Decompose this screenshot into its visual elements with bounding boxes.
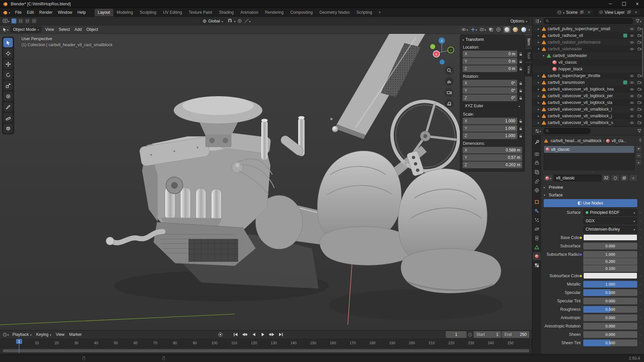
property-slider[interactable]: 0.500: [583, 306, 637, 313]
tool-move[interactable]: [3, 59, 13, 69]
material-name-field[interactable]: v8_classic: [554, 175, 601, 181]
disable-in-render-icon[interactable]: [636, 114, 643, 118]
hide-in-viewport-icon[interactable]: [629, 95, 635, 98]
minimize-button[interactable]: [604, 0, 617, 8]
lock-icon[interactable]: [517, 52, 522, 56]
transform-value-field[interactable]: X 0°: [463, 80, 517, 86]
snap-toggle[interactable]: [227, 18, 233, 24]
breadcrumb-material[interactable]: v8_cla...: [611, 138, 627, 143]
workspace-tab[interactable]: Layout: [95, 9, 113, 16]
properties-search[interactable]: [543, 128, 591, 134]
tool-add-cube[interactable]: [3, 124, 13, 133]
new-material-copy-icon[interactable]: [620, 175, 628, 181]
pin-icon[interactable]: [639, 138, 642, 143]
proportional-falloff-dropdown[interactable]: [244, 18, 251, 24]
animate-decorator[interactable]: [637, 226, 642, 231]
sidebar-tab[interactable]: View: [525, 63, 532, 77]
frame-start-field[interactable]: Start 1: [474, 331, 501, 338]
disable-in-render-icon[interactable]: [636, 27, 643, 31]
tool-transform[interactable]: [3, 92, 13, 101]
snap-options-dropdown[interactable]: [234, 19, 235, 23]
filter-icon[interactable]: [637, 128, 642, 134]
disable-in-render-icon[interactable]: [636, 81, 643, 84]
breadcrumb-object[interactable]: carbv8_head...st_smallblock: [551, 138, 601, 143]
transform-value-field[interactable]: Y 0.57 m: [463, 154, 522, 161]
workspace-tab[interactable]: Sculpting: [137, 9, 160, 16]
hide-in-viewport-icon[interactable]: [629, 121, 635, 124]
animate-decorator[interactable]: [637, 340, 642, 345]
disclosure-arrow-icon[interactable]: [536, 27, 541, 31]
options-dropdown[interactable]: Options: [508, 18, 530, 24]
auto-keying-toggle[interactable]: [216, 331, 224, 338]
workspace-tab[interactable]: Compositing: [287, 9, 316, 16]
browse-material-button[interactable]: [544, 175, 553, 181]
hide-in-viewport-icon[interactable]: [629, 27, 635, 31]
property-dropdown[interactable]: Christensen-Burley: [583, 226, 637, 233]
perspective-toggle-icon[interactable]: [445, 99, 453, 108]
active-tool-icon[interactable]: [2, 26, 9, 33]
disclosure-arrow-icon[interactable]: [536, 87, 541, 91]
object-visibility-dropdown[interactable]: [461, 26, 469, 33]
transform-value-field[interactable]: X 0 m: [463, 51, 517, 57]
disclosure-arrow-icon[interactable]: [536, 101, 541, 104]
disable-in-render-icon[interactable]: [636, 121, 643, 124]
outliner-display-mode-dropdown[interactable]: [534, 18, 542, 24]
properties-tab-particles[interactable]: [533, 216, 541, 224]
workspace-tab[interactable]: Texture Paint: [185, 9, 216, 16]
tool-select-box[interactable]: [3, 38, 13, 47]
shading-rendered-button[interactable]: [520, 26, 527, 33]
add-workspace-button[interactable]: +: [376, 9, 384, 16]
property-slider[interactable]: 0.000: [583, 243, 637, 249]
unlink-scene-icon[interactable]: [586, 10, 592, 15]
lock-icon[interactable]: [517, 119, 522, 123]
animate-decorator[interactable]: [637, 243, 642, 248]
workspace-tab[interactable]: Modeling: [113, 9, 137, 16]
select-mode-set[interactable]: [11, 18, 16, 23]
transform-orientation-dropdown[interactable]: Global: [200, 18, 226, 24]
properties-tab-physics[interactable]: [533, 225, 541, 233]
remove-view-layer-icon[interactable]: [633, 10, 639, 15]
sidebar-tab[interactable]: Tool: [525, 49, 532, 62]
property-slider[interactable]: 0.000: [583, 298, 637, 304]
outliner-row[interactable]: carbv8_valvecover_v8_bigblock_hea: [532, 86, 644, 93]
outliner-row[interactable]: v8_classic: [532, 59, 644, 66]
transform-panel-header[interactable]: Transform: [463, 37, 522, 43]
workspace-tab[interactable]: Shading: [216, 9, 237, 16]
transform-value-field[interactable]: X 0.588 m: [463, 147, 522, 154]
outliner-row[interactable]: carbv8_sideheader: [532, 46, 644, 52]
timeline-menu-item[interactable]: Keying: [34, 332, 54, 337]
property-slider[interactable]: 0.000: [583, 314, 637, 321]
view-layer-selector[interactable]: View Layer: [597, 9, 641, 16]
shading-options-dropdown[interactable]: [529, 27, 530, 32]
hide-in-viewport-icon[interactable]: [629, 101, 635, 104]
new-scene-icon[interactable]: [579, 10, 585, 15]
fake-user-shield-icon[interactable]: [611, 175, 619, 181]
menu-item[interactable]: Help: [75, 8, 89, 17]
proportional-edit-toggle[interactable]: [237, 18, 243, 24]
outliner-row[interactable]: carbv8_valvecover_v8_bigblock_sta: [532, 99, 644, 106]
properties-search-input[interactable]: [550, 129, 588, 133]
select-mode-subtract[interactable]: [25, 18, 30, 23]
disclosure-arrow-icon[interactable]: [536, 34, 541, 37]
slot-specials-button[interactable]: [636, 159, 642, 165]
mode-dropdown[interactable]: Object Mode: [10, 26, 42, 33]
tool-cursor[interactable]: [3, 49, 13, 58]
disable-in-render-icon[interactable]: [636, 41, 643, 44]
shading-wireframe-button[interactable]: [495, 26, 502, 33]
frame-end-field[interactable]: End 250: [502, 331, 529, 338]
properties-tab-material[interactable]: [533, 252, 541, 260]
animate-decorator[interactable]: [637, 251, 642, 256]
preview-panel-header[interactable]: ▸ Preview: [544, 183, 642, 191]
camera-view-icon[interactable]: [445, 88, 453, 97]
property-slider[interactable]: 0.000: [583, 323, 637, 329]
disclosure-arrow-icon[interactable]: [536, 94, 541, 98]
vector-value-stack[interactable]: 1.000 0.200 0.100: [583, 251, 637, 272]
remove-slot-button[interactable]: [636, 153, 642, 159]
disable-in-render-icon[interactable]: [636, 47, 643, 51]
workspace-tab[interactable]: Scripting: [353, 9, 376, 16]
scene-selector[interactable]: Scene: [555, 9, 594, 16]
properties-tab-constraints[interactable]: [533, 234, 541, 242]
properties-tab-data[interactable]: [533, 243, 541, 251]
play-button[interactable]: [259, 331, 267, 338]
menu-item[interactable]: Render: [37, 8, 55, 17]
